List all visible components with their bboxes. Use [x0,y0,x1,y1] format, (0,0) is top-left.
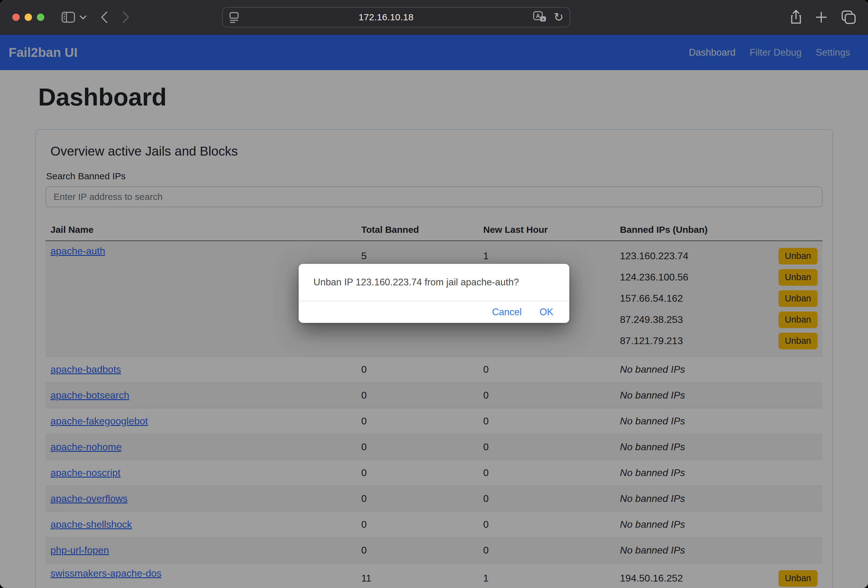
share-icon[interactable] [790,10,802,25]
new-tab-icon[interactable] [815,10,828,24]
svg-text:x: x [542,16,545,21]
sidebar-icon[interactable] [62,12,75,23]
address-bar[interactable]: 172.16.10.18 Ax ↻ [222,7,570,27]
browser-toolbar: 172.16.10.18 Ax ↻ [0,0,868,35]
reader-icon[interactable] [229,11,239,24]
page-viewport: Fail2ban UI Dashboard Filter Debug Setti… [0,35,868,588]
cancel-button[interactable]: Cancel [492,307,522,318]
browser-window: 172.16.10.18 Ax ↻ Fail2ban UI Dashboar [0,0,868,588]
zoom-window-button[interactable] [37,13,44,21]
close-window-button[interactable] [12,13,20,21]
tabs-icon[interactable] [840,10,856,25]
confirm-dialog: Unban IP 123.160.223.74 from jail apache… [299,264,569,323]
minimize-window-button[interactable] [25,13,32,21]
back-icon[interactable] [100,11,108,24]
svg-text:A: A [536,13,540,19]
forward-icon[interactable] [122,11,130,24]
dialog-message: Unban IP 123.160.223.74 from jail apache… [299,264,569,301]
translate-icon[interactable]: Ax [533,11,547,24]
ok-button[interactable]: OK [539,307,554,318]
reload-icon[interactable]: ↻ [554,10,564,24]
url-text[interactable]: 172.16.10.18 [239,12,533,22]
window-controls [12,13,44,21]
chevron-down-icon[interactable] [79,15,87,20]
